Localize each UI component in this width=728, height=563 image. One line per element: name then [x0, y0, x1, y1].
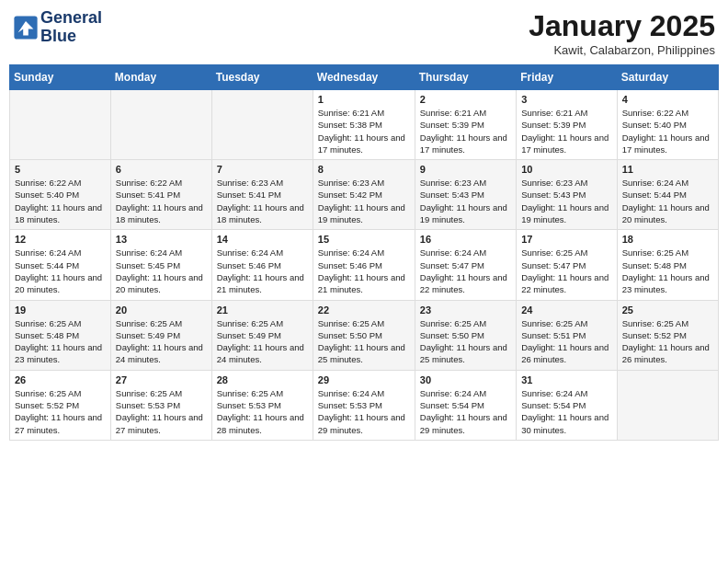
day-info: Sunrise: 6:25 AM Sunset: 5:48 PM Dayligh…	[622, 247, 713, 295]
day-info: Sunrise: 6:25 AM Sunset: 5:49 PM Dayligh…	[217, 317, 308, 366]
day-info: Sunrise: 6:24 AM Sunset: 5:44 PM Dayligh…	[15, 247, 106, 295]
calendar-day-cell: 27Sunrise: 6:25 AM Sunset: 5:53 PM Dayli…	[110, 370, 211, 440]
day-number: 22	[318, 304, 410, 316]
day-number: 17	[521, 234, 612, 245]
calendar-day-cell: 19Sunrise: 6:25 AM Sunset: 5:48 PM Dayli…	[10, 300, 111, 370]
calendar-day-cell: 10Sunrise: 6:23 AM Sunset: 5:43 PM Dayli…	[517, 160, 618, 230]
logo: General Blue	[13, 9, 102, 46]
calendar-day-cell	[211, 90, 313, 160]
calendar-day-cell: 4Sunrise: 6:22 AM Sunset: 5:40 PM Daylig…	[617, 90, 718, 160]
day-number: 15	[318, 234, 410, 245]
calendar-body: 1Sunrise: 6:21 AM Sunset: 5:38 PM Daylig…	[10, 90, 719, 441]
day-number: 11	[622, 164, 713, 175]
day-info: Sunrise: 6:24 AM Sunset: 5:45 PM Dayligh…	[116, 247, 207, 295]
day-info: Sunrise: 6:25 AM Sunset: 5:52 PM Dayligh…	[622, 317, 713, 366]
weekday-header-cell: Saturday	[617, 65, 718, 90]
calendar-week-row: 19Sunrise: 6:25 AM Sunset: 5:48 PM Dayli…	[10, 300, 719, 370]
day-number: 28	[217, 374, 308, 385]
calendar-week-row: 26Sunrise: 6:25 AM Sunset: 5:52 PM Dayli…	[10, 370, 719, 440]
day-info: Sunrise: 6:22 AM Sunset: 5:40 PM Dayligh…	[622, 107, 713, 155]
calendar-day-cell: 16Sunrise: 6:24 AM Sunset: 5:47 PM Dayli…	[415, 230, 516, 300]
calendar-week-row: 5Sunrise: 6:22 AM Sunset: 5:40 PM Daylig…	[10, 160, 719, 230]
day-info: Sunrise: 6:23 AM Sunset: 5:42 PM Dayligh…	[318, 177, 410, 225]
weekday-header-cell: Sunday	[10, 65, 111, 90]
day-number: 10	[521, 164, 612, 175]
calendar-day-cell: 23Sunrise: 6:25 AM Sunset: 5:50 PM Dayli…	[415, 300, 516, 370]
day-number: 12	[15, 234, 106, 245]
day-info: Sunrise: 6:24 AM Sunset: 5:54 PM Dayligh…	[420, 387, 511, 436]
calendar-day-cell: 14Sunrise: 6:24 AM Sunset: 5:46 PM Dayli…	[211, 230, 313, 300]
calendar-day-cell	[110, 90, 211, 160]
calendar-day-cell: 6Sunrise: 6:22 AM Sunset: 5:41 PM Daylig…	[110, 160, 211, 230]
weekday-header-cell: Wednesday	[313, 65, 415, 90]
day-number: 18	[622, 234, 713, 245]
calendar-day-cell: 5Sunrise: 6:22 AM Sunset: 5:40 PM Daylig…	[10, 160, 111, 230]
day-number: 20	[116, 304, 207, 316]
calendar-day-cell: 22Sunrise: 6:25 AM Sunset: 5:50 PM Dayli…	[313, 300, 415, 370]
day-info: Sunrise: 6:24 AM Sunset: 5:54 PM Dayligh…	[521, 387, 612, 436]
day-number: 6	[116, 164, 207, 175]
calendar-day-cell: 3Sunrise: 6:21 AM Sunset: 5:39 PM Daylig…	[517, 90, 618, 160]
calendar-week-row: 1Sunrise: 6:21 AM Sunset: 5:38 PM Daylig…	[10, 90, 719, 160]
calendar-day-cell: 29Sunrise: 6:24 AM Sunset: 5:53 PM Dayli…	[313, 370, 415, 440]
day-info: Sunrise: 6:25 AM Sunset: 5:50 PM Dayligh…	[420, 317, 511, 366]
calendar-day-cell: 7Sunrise: 6:23 AM Sunset: 5:41 PM Daylig…	[211, 160, 313, 230]
calendar-subtitle: Kawit, Calabarzon, Philippines	[529, 43, 715, 57]
day-info: Sunrise: 6:25 AM Sunset: 5:52 PM Dayligh…	[15, 387, 106, 436]
day-info: Sunrise: 6:23 AM Sunset: 5:43 PM Dayligh…	[521, 177, 612, 225]
day-number: 26	[15, 374, 106, 385]
day-number: 24	[521, 304, 612, 316]
calendar-day-cell: 17Sunrise: 6:25 AM Sunset: 5:47 PM Dayli…	[517, 230, 618, 300]
calendar-table: SundayMondayTuesdayWednesdayThursdayFrid…	[9, 64, 719, 441]
calendar-day-cell: 24Sunrise: 6:25 AM Sunset: 5:51 PM Dayli…	[517, 300, 618, 370]
day-info: Sunrise: 6:21 AM Sunset: 5:39 PM Dayligh…	[521, 107, 612, 155]
day-number: 21	[217, 304, 308, 316]
day-info: Sunrise: 6:22 AM Sunset: 5:41 PM Dayligh…	[116, 177, 207, 225]
day-number: 4	[622, 94, 713, 105]
day-info: Sunrise: 6:21 AM Sunset: 5:39 PM Dayligh…	[420, 107, 511, 155]
day-info: Sunrise: 6:25 AM Sunset: 5:51 PM Dayligh…	[521, 317, 612, 366]
day-number: 23	[420, 304, 511, 316]
day-info: Sunrise: 6:24 AM Sunset: 5:44 PM Dayligh…	[622, 177, 713, 225]
day-number: 1	[318, 94, 410, 105]
day-number: 25	[622, 304, 713, 316]
day-info: Sunrise: 6:24 AM Sunset: 5:46 PM Dayligh…	[318, 247, 410, 295]
day-number: 9	[420, 164, 511, 175]
day-info: Sunrise: 6:24 AM Sunset: 5:46 PM Dayligh…	[217, 247, 308, 295]
calendar-day-cell: 25Sunrise: 6:25 AM Sunset: 5:52 PM Dayli…	[617, 300, 718, 370]
day-info: Sunrise: 6:25 AM Sunset: 5:48 PM Dayligh…	[15, 317, 106, 366]
calendar-day-cell	[617, 370, 718, 440]
page-header: General Blue January 2025 Kawit, Calabar…	[9, 9, 719, 57]
weekday-header-cell: Friday	[517, 65, 618, 90]
day-number: 8	[318, 164, 410, 175]
calendar-day-cell: 21Sunrise: 6:25 AM Sunset: 5:49 PM Dayli…	[211, 300, 313, 370]
day-info: Sunrise: 6:25 AM Sunset: 5:53 PM Dayligh…	[116, 387, 207, 436]
day-info: Sunrise: 6:21 AM Sunset: 5:38 PM Dayligh…	[318, 107, 410, 155]
day-info: Sunrise: 6:25 AM Sunset: 5:50 PM Dayligh…	[318, 317, 410, 366]
calendar-week-row: 12Sunrise: 6:24 AM Sunset: 5:44 PM Dayli…	[10, 230, 719, 300]
day-number: 19	[15, 304, 106, 316]
day-number: 29	[318, 374, 410, 385]
day-number: 7	[217, 164, 308, 175]
calendar-day-cell: 28Sunrise: 6:25 AM Sunset: 5:53 PM Dayli…	[211, 370, 313, 440]
day-number: 27	[116, 374, 207, 385]
weekday-header-cell: Tuesday	[211, 65, 313, 90]
weekday-header-cell: Monday	[110, 65, 211, 90]
day-number: 13	[116, 234, 207, 245]
day-info: Sunrise: 6:24 AM Sunset: 5:53 PM Dayligh…	[318, 387, 410, 436]
title-block: January 2025 Kawit, Calabarzon, Philippi…	[529, 9, 715, 57]
calendar-day-cell: 12Sunrise: 6:24 AM Sunset: 5:44 PM Dayli…	[10, 230, 111, 300]
weekday-header-cell: Thursday	[415, 65, 516, 90]
day-info: Sunrise: 6:24 AM Sunset: 5:47 PM Dayligh…	[420, 247, 511, 295]
day-number: 16	[420, 234, 511, 245]
calendar-day-cell: 2Sunrise: 6:21 AM Sunset: 5:39 PM Daylig…	[415, 90, 516, 160]
weekday-header-row: SundayMondayTuesdayWednesdayThursdayFrid…	[10, 65, 719, 90]
day-info: Sunrise: 6:23 AM Sunset: 5:41 PM Dayligh…	[217, 177, 308, 225]
day-info: Sunrise: 6:23 AM Sunset: 5:43 PM Dayligh…	[420, 177, 511, 225]
calendar-day-cell: 18Sunrise: 6:25 AM Sunset: 5:48 PM Dayli…	[617, 230, 718, 300]
day-number: 31	[521, 374, 612, 385]
logo-text: General Blue	[40, 9, 102, 46]
calendar-day-cell: 26Sunrise: 6:25 AM Sunset: 5:52 PM Dayli…	[10, 370, 111, 440]
logo-icon	[13, 15, 39, 40]
calendar-day-cell: 9Sunrise: 6:23 AM Sunset: 5:43 PM Daylig…	[415, 160, 516, 230]
